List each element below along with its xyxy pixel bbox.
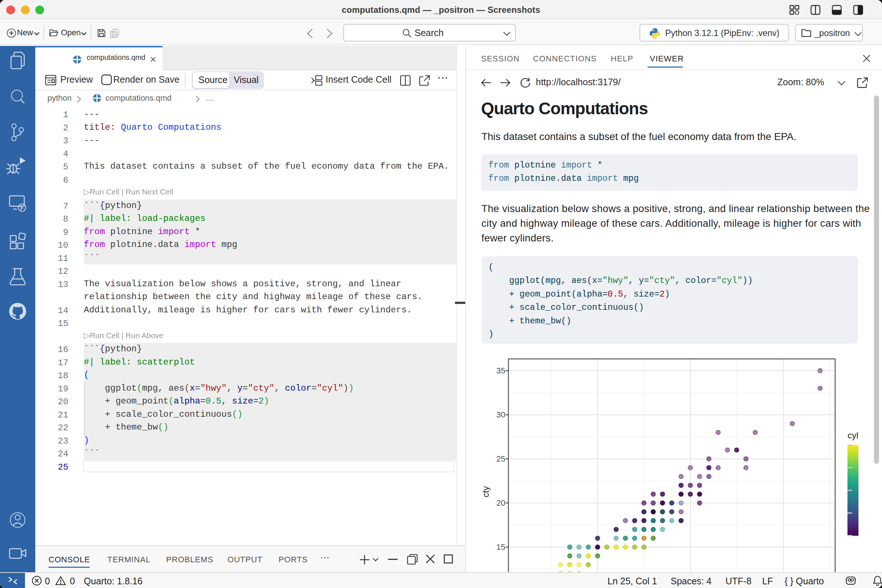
svg-text:15: 15	[496, 542, 506, 552]
svg-text:cty: cty	[481, 486, 490, 498]
svg-text:25: 25	[496, 454, 506, 464]
svg-text:20: 20	[496, 498, 506, 507]
svg-text:cyl: cyl	[848, 430, 858, 440]
svg-text:35: 35	[496, 366, 506, 375]
svg-text:30: 30	[496, 410, 506, 419]
